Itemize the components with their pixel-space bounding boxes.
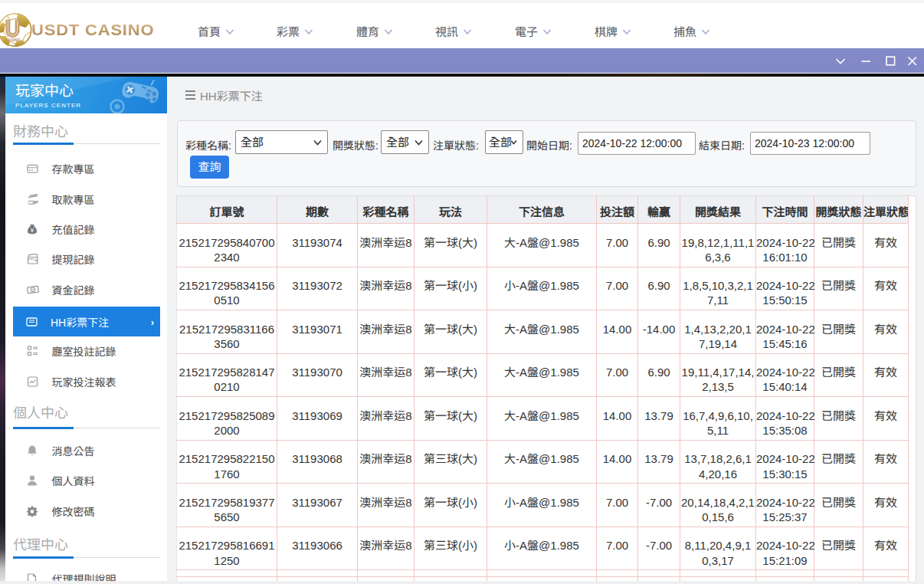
svg-text:CASINO: CASINO [5, 38, 20, 42]
